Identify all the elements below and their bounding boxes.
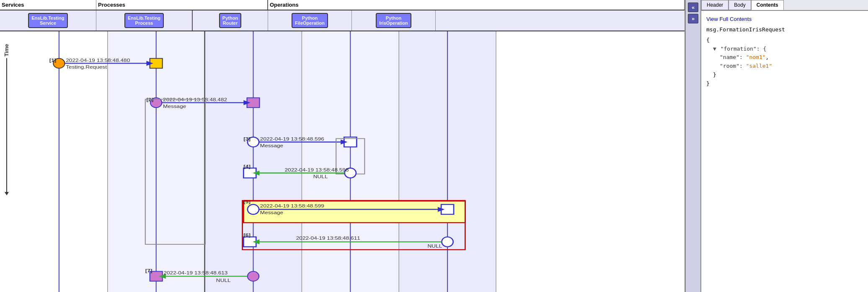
sequence-diagram-svg: 2022-04-19 13:58:48.480 Testing.Request … (10, 31, 685, 292)
collapse-left-btn[interactable]: « (688, 3, 698, 12)
content-formation-key: ▼ "formation": { (713, 45, 863, 54)
content-open-brace: { (706, 36, 863, 45)
fileop-entity-box: Python FileOperation (292, 13, 328, 28)
content-name-line: "name": "nom1", (720, 53, 863, 62)
msg3-label: Message (260, 143, 283, 149)
msg6-label: NULL (427, 243, 442, 249)
router-entity-box: Python Router (219, 13, 241, 28)
panel-tabs-bar: Header Body Contents (701, 0, 868, 11)
msg6-id: [6] (243, 232, 251, 238)
tab-header[interactable]: Header (701, 0, 728, 10)
content-display: msg.FormationIrisRequest { ▼ "formation"… (706, 26, 863, 88)
fileop-entity-cell: Python FileOperation (268, 10, 352, 31)
msg1-timestamp: 2022-04-19 13:58:48.480 (66, 57, 130, 63)
msg5-timestamp: 2022-04-19 13:58:48.599 (260, 203, 324, 209)
content-room-line: "room": "salle1" (720, 62, 863, 71)
msg7-from-circle (248, 272, 259, 282)
right-panel: Header Body Contents View Full Contents … (700, 0, 868, 292)
msg3-id: [3] (243, 136, 251, 142)
name-value: "nom1" (746, 54, 766, 60)
diagram-area: Services Processes Operations EnsLib.Tes… (0, 0, 685, 292)
service-entity-box: EnsLib.Testing Service (28, 13, 67, 28)
msg4-timestamp: 2022-04-19 13:58:48.598 (285, 167, 349, 173)
panel-collapse-area: « » (685, 0, 700, 292)
irisop-entity-cell: Python IrisOperation (352, 10, 436, 31)
msg6-from-circle (442, 237, 453, 247)
process-entity-cell: EnsLib.Testing Process (96, 10, 193, 31)
room-value: "salle1" (746, 63, 772, 69)
msg3-timestamp: 2022-04-19 13:58:48.596 (260, 136, 324, 142)
msg7-label: NULL (216, 277, 231, 283)
irisop-entity-box: Python IrisOperation (376, 13, 411, 28)
msg2-label: Message (163, 103, 186, 109)
panel-content-area: View Full Contents msg.FormationIrisRequ… (701, 11, 868, 292)
services-label: Services (2, 2, 24, 8)
msg1-id: [1] (49, 57, 57, 63)
formation-key-text: "formation": { (721, 46, 767, 52)
view-full-link[interactable]: View Full Contents (706, 16, 863, 22)
operations-label: Operations (270, 2, 299, 8)
expand-right-btn[interactable]: » (688, 14, 698, 23)
content-title: msg.FormationIrisRequest (706, 26, 863, 34)
processes-section-header: Processes (96, 0, 268, 10)
time-label: Time (3, 44, 10, 56)
msg6-timestamp: 2022-04-19 13:58:48.611 (296, 235, 360, 241)
msg5-id: [5] (243, 199, 251, 205)
msg4-id: [4] (243, 164, 251, 169)
content-formation-close: } (713, 71, 863, 79)
name-key: "name": (720, 54, 746, 60)
msg4-label: NULL (313, 174, 328, 179)
tab-contents[interactable]: Contents (751, 0, 784, 10)
msg5-from-circle (248, 205, 259, 215)
process-entity-box: EnsLib.Testing Process (124, 13, 164, 28)
time-arrow-head (5, 192, 9, 195)
service-entity-cell: EnsLib.Testing Service (0, 10, 96, 31)
section-headers: Services Processes Operations (0, 0, 685, 10)
content-close-brace: } (706, 79, 863, 88)
msg5-label: Message (260, 210, 283, 215)
room-key: "room": (720, 63, 746, 69)
processes-label: Processes (98, 2, 125, 8)
msg7-id: [7] (145, 268, 152, 274)
msg1-label: Testing.Request (66, 64, 107, 70)
msg7-timestamp: 2022-04-19 13:58:48.613 (163, 270, 227, 276)
collapse-triangle: ▼ (713, 45, 716, 54)
entity-headers: EnsLib.Testing Service EnsLib.Testing Pr… (0, 10, 685, 31)
services-section-header: Services (0, 0, 96, 10)
router-entity-cell: Python Router (193, 10, 268, 31)
time-arrow (6, 58, 7, 192)
operations-section-header: Operations (268, 0, 685, 10)
timeline-area: Time (0, 31, 685, 292)
tab-body[interactable]: Body (728, 0, 751, 10)
name-comma: , (766, 54, 769, 60)
